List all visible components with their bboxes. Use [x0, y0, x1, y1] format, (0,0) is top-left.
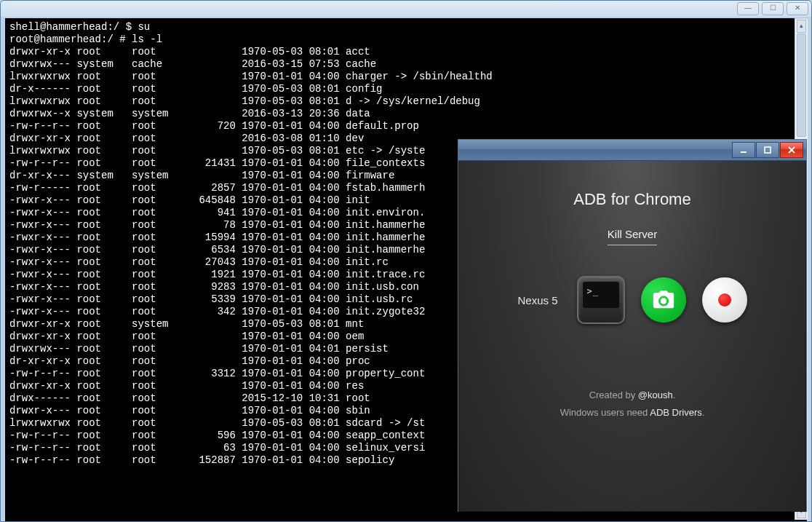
terminal-icon: >_ [583, 282, 619, 308]
footer-windows-text: Windows users need [560, 407, 650, 418]
screenshot-button[interactable] [641, 277, 686, 323]
camera-icon [651, 288, 676, 312]
footer-created-text: Created by [589, 389, 638, 400]
adb-maximize-button[interactable] [756, 142, 779, 158]
terminal-titlebar[interactable]: — ☐ ✕ [1, 1, 811, 17]
record-button[interactable] [702, 277, 747, 323]
adb-drivers-link[interactable]: ADB Drivers [650, 407, 702, 418]
adb-footer: Created by @koush. Windows users need AD… [560, 387, 705, 422]
minimize-button[interactable]: — [737, 2, 759, 15]
maximize-button[interactable]: ☐ [762, 2, 784, 15]
shell-button[interactable]: >_ [577, 276, 625, 324]
kill-server-link[interactable]: Kill Server [608, 228, 657, 245]
adb-window: ADB for Chrome Kill Server Nexus 5 >_ Cr… [458, 140, 806, 511]
adb-body: ADB for Chrome Kill Server Nexus 5 >_ Cr… [458, 161, 806, 512]
device-row: Nexus 5 >_ [517, 276, 747, 324]
adb-close-button[interactable] [780, 142, 803, 158]
close-button[interactable]: ✕ [787, 2, 808, 15]
svg-rect-1 [765, 147, 771, 153]
scroll-up-icon[interactable]: ▴ [797, 20, 806, 33]
footer-windows-period: . [702, 407, 705, 418]
record-icon [718, 293, 731, 307]
adb-titlebar[interactable] [458, 140, 806, 161]
adb-minimize-button[interactable] [732, 142, 755, 158]
adb-app-title: ADB for Chrome [573, 190, 690, 209]
koush-link[interactable]: @koush [638, 389, 673, 400]
footer-created-period: . [673, 389, 676, 400]
device-label: Nexus 5 [517, 294, 557, 307]
scroll-thumb[interactable] [797, 33, 806, 137]
